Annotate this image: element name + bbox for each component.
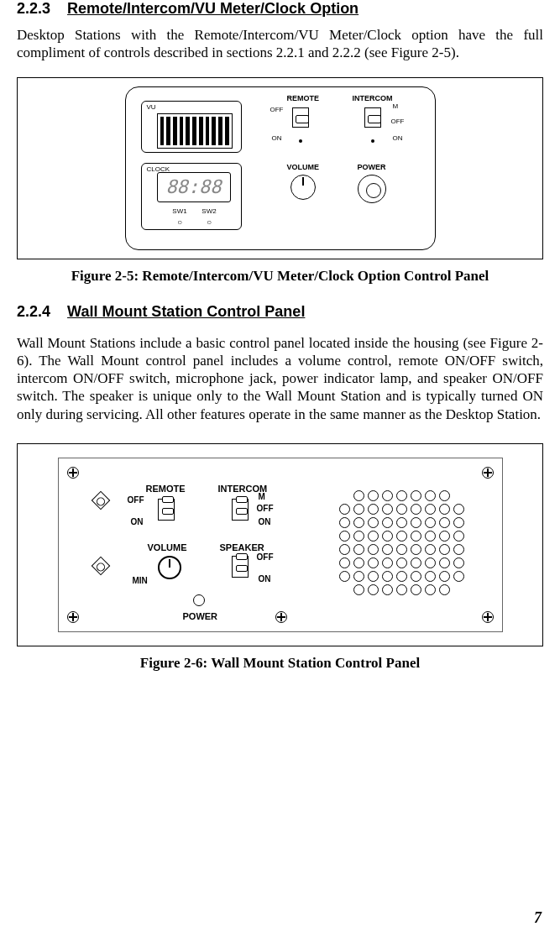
p26-speaker-switch[interactable]: [232, 556, 249, 578]
volume-label: VOLUME: [287, 163, 320, 171]
page-number: 7: [534, 909, 542, 927]
p26-intercom-on: ON: [259, 517, 271, 526]
p26-power-led: [193, 594, 205, 606]
p26-remote-off: OFF: [128, 495, 144, 505]
remote-switch[interactable]: [292, 107, 309, 128]
remote-label: REMOTE: [287, 94, 320, 102]
screw-icon: [67, 467, 79, 479]
intercom-switch[interactable]: [364, 107, 381, 128]
mount-icon: [91, 556, 110, 575]
screw-icon: [67, 611, 79, 623]
p26-volume-knob[interactable]: [158, 556, 181, 579]
clock-display: 88:88: [157, 172, 231, 202]
sw1-label: SW1: [172, 207, 186, 215]
mount-icon: [91, 490, 110, 510]
intercom-indicator: [371, 139, 374, 143]
section-223-paragraph: Desktop Stations with the Remote/Interco…: [17, 26, 543, 62]
sw2-label: SW2: [201, 207, 216, 215]
section-223-title: Remote/Intercom/VU Meter/Clock Option: [67, 0, 359, 17]
section-223-heading: 2.2.3 Remote/Intercom/VU Meter/Clock Opt…: [17, 0, 543, 18]
screw-icon: [275, 611, 287, 623]
p26-volume-min: MIN: [133, 576, 148, 585]
volume-knob[interactable]: [290, 175, 316, 200]
section-224-heading: 2.2.4 Wall Mount Station Control Panel: [17, 303, 543, 321]
remote-off: OFF: [270, 106, 284, 113]
power-button[interactable]: [358, 175, 386, 203]
p26-remote-label: REMOTE: [146, 484, 186, 494]
section-224-paragraph: Wall Mount Stations include a basic cont…: [17, 334, 543, 423]
intercom-m: M: [393, 102, 399, 110]
p26-speaker-on: ON: [259, 574, 271, 584]
section-224-number: 2.2.4: [17, 303, 50, 320]
p26-remote-switch[interactable]: [158, 499, 175, 521]
intercom-label: INTERCOM: [353, 94, 393, 102]
clock-box: CLOCK 88:88 SW1 SW2 ○○: [141, 163, 242, 230]
speaker-grille: [331, 490, 474, 598]
vu-bars: [157, 113, 233, 149]
p26-speaker-label: SPEAKER: [220, 542, 264, 552]
screw-icon: [482, 467, 494, 479]
p26-volume-label: VOLUME: [148, 542, 187, 552]
figure-26-caption: Figure 2-6: Wall Mount Station Control P…: [17, 655, 543, 672]
intercom-on: ON: [393, 134, 403, 142]
vu-meter-box: VU: [141, 101, 242, 153]
p26-intercom-m: M: [259, 492, 265, 501]
figure-25-panel: VU CLOCK 88:88 SW1 SW2 ○○ REMOTE OFF ON …: [125, 86, 436, 250]
p26-intercom-off: OFF: [257, 504, 274, 513]
p26-remote-on: ON: [131, 517, 144, 526]
figure-25-caption: Figure 2-5: Remote/Intercom/VU Meter/Clo…: [17, 268, 543, 285]
p26-intercom-switch[interactable]: [232, 499, 249, 521]
figure-26-frame: REMOTE OFF ON INTERCOM M OFF ON VOLUME M…: [17, 443, 543, 646]
section-224-title: Wall Mount Station Control Panel: [67, 303, 305, 320]
intercom-off: OFF: [391, 118, 405, 125]
figure-26-panel: REMOTE OFF ON INTERCOM M OFF ON VOLUME M…: [58, 458, 503, 632]
screw-icon: [482, 611, 494, 623]
p26-speaker-off: OFF: [257, 552, 274, 562]
figure-25-frame: VU CLOCK 88:88 SW1 SW2 ○○ REMOTE OFF ON …: [17, 77, 543, 259]
remote-indicator: [299, 139, 302, 143]
power-label: POWER: [358, 163, 386, 171]
vu-label: VU: [147, 103, 156, 111]
p26-power-label: POWER: [183, 611, 218, 621]
section-223-number: 2.2.3: [17, 0, 50, 17]
remote-on: ON: [272, 134, 282, 142]
